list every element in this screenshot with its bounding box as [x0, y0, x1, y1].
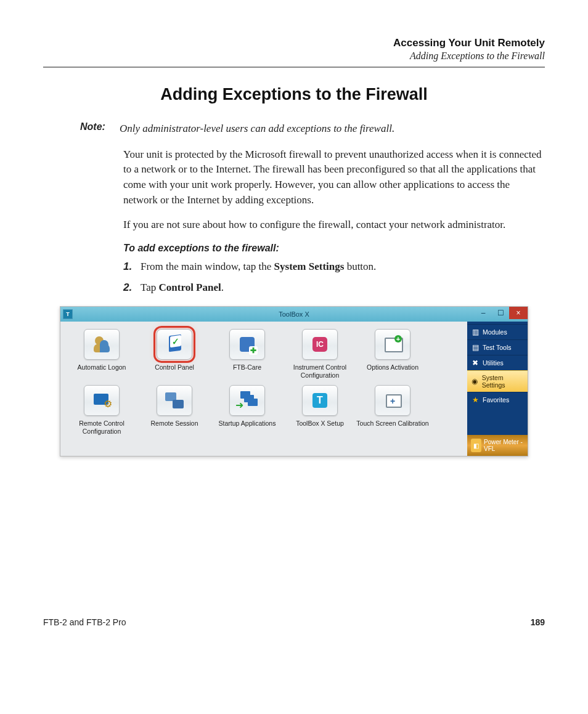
- maximize-button[interactable]: ☐: [492, 307, 509, 319]
- step-2-pre: Tap: [141, 282, 159, 293]
- step-1: From the main window, tap the System Set…: [123, 259, 545, 275]
- step-2-bold: Control Panel: [159, 282, 221, 293]
- system-settings-icon: ◉: [471, 377, 479, 386]
- test-tools-icon: ▤: [471, 343, 480, 352]
- utilities-icon: ✖: [471, 359, 480, 367]
- modules-icon: ▥: [471, 328, 480, 336]
- sidebar-item-favorites[interactable]: ★ Favorites: [467, 392, 528, 407]
- favorites-icon: ★: [471, 396, 480, 404]
- sidebar-item-label: Modules: [483, 328, 507, 336]
- window-title: ToolBox X: [60, 310, 528, 318]
- tile-remote-session[interactable]: Remote Session: [138, 385, 211, 435]
- procedure-heading: To add exceptions to the firewall:: [43, 243, 545, 254]
- tile-label: Options Activation: [356, 363, 429, 378]
- tile-toolbox-setup[interactable]: ToolBox X Setup: [284, 385, 356, 435]
- tile-label: Remote Session: [138, 420, 211, 434]
- page-title: Adding Exceptions to the Firewall: [43, 85, 545, 104]
- step-1-bold: System Settings: [274, 261, 345, 272]
- close-button[interactable]: ×: [509, 307, 528, 319]
- remote-session-icon: [165, 391, 184, 410]
- tile-label: Startup Applications: [211, 420, 284, 434]
- startup-icon: [238, 391, 256, 410]
- sidebar-item-power-meter[interactable]: ◧ Power Meter - VFL: [467, 435, 528, 456]
- users-icon: [92, 335, 111, 354]
- page-footer: FTB-2 and FTB-2 Pro 189: [43, 617, 545, 627]
- procedure-steps: From the main window, tap the System Set…: [43, 259, 545, 295]
- sidebar-item-label: Utilities: [483, 359, 504, 367]
- tile-label: Touch Screen Calibration: [356, 420, 429, 434]
- sidebar-item-system-settings[interactable]: ◉ System Settings: [467, 370, 528, 392]
- body-paragraph-2: If you are not sure about how to configu…: [43, 217, 545, 233]
- sidebar-item-label: System Settings: [482, 374, 524, 389]
- note-label: Note:: [80, 121, 120, 136]
- minimize-button[interactable]: –: [475, 307, 492, 319]
- sidebar-item-label: Power Meter - VFL: [484, 439, 524, 452]
- step-2: Tap Control Panel.: [123, 280, 545, 296]
- tile-label: Automatic Logon: [65, 363, 138, 378]
- tile-automatic-logon[interactable]: Automatic Logon: [65, 329, 138, 379]
- tile-label: FTB-Care: [211, 363, 284, 378]
- remote-control-icon: [92, 391, 111, 410]
- options-icon: [383, 335, 402, 354]
- footer-page-number: 189: [531, 617, 545, 627]
- page-header: Accessing Your Unit Remotely Adding Exce…: [43, 37, 545, 62]
- instrument-icon: [311, 335, 329, 354]
- tile-label: Instrument Control Configuration: [284, 363, 356, 379]
- tile-touch-screen-cal[interactable]: Touch Screen Calibration: [356, 385, 429, 435]
- header-rule: [43, 67, 545, 68]
- tile-options-activation[interactable]: Options Activation: [356, 329, 429, 379]
- tile-label: ToolBox X Setup: [284, 420, 356, 434]
- step-2-post: .: [221, 282, 224, 293]
- sidebar-item-modules[interactable]: ▥ Modules: [467, 324, 528, 339]
- tile-label: Control Panel: [138, 363, 211, 378]
- header-section: Adding Exceptions to the Firewall: [43, 51, 545, 62]
- tile-instrument-control[interactable]: Instrument Control Configuration: [284, 329, 356, 379]
- titlebar[interactable]: T ToolBox X – ☐ ×: [60, 307, 528, 322]
- sidebar: ▥ Modules ▤ Test Tools ✖ Utilities ◉ Sys…: [467, 322, 528, 456]
- screenshot-window: T ToolBox X – ☐ × Automatic Logon Contro…: [60, 306, 528, 456]
- tile-ftb-care[interactable]: FTB-Care: [211, 329, 284, 379]
- sidebar-item-test-tools[interactable]: ▤ Test Tools: [467, 339, 528, 355]
- sidebar-item-label: Favorites: [483, 396, 509, 404]
- power-meter-icon: ◧: [471, 439, 481, 452]
- sidebar-item-utilities[interactable]: ✖ Utilities: [467, 355, 528, 370]
- footer-product: FTB-2 and FTB-2 Pro: [43, 617, 126, 627]
- touch-icon: [383, 391, 402, 410]
- care-icon: [238, 335, 256, 354]
- tile-control-panel[interactable]: Control Panel: [138, 329, 211, 379]
- step-1-pre: From the main window, tap the: [141, 261, 274, 272]
- tile-remote-control-config[interactable]: Remote Control Configuration: [65, 385, 138, 435]
- note-text: Only administrator-level users can add e…: [120, 121, 394, 136]
- tile-label: Remote Control Configuration: [65, 420, 138, 435]
- note-block: Note: Only administrator-level users can…: [43, 121, 545, 136]
- control-panel-icon: [165, 335, 184, 354]
- step-1-post: button.: [344, 261, 376, 272]
- tiles-grid: Automatic Logon Control Panel FTB-Care I…: [60, 322, 467, 456]
- sidebar-item-label: Test Tools: [483, 344, 512, 351]
- tile-startup-apps[interactable]: Startup Applications: [211, 385, 284, 435]
- body-paragraph-1: Your unit is protected by the Microsoft …: [43, 147, 545, 208]
- toolbox-icon: [311, 391, 329, 410]
- header-chapter: Accessing Your Unit Remotely: [43, 37, 545, 49]
